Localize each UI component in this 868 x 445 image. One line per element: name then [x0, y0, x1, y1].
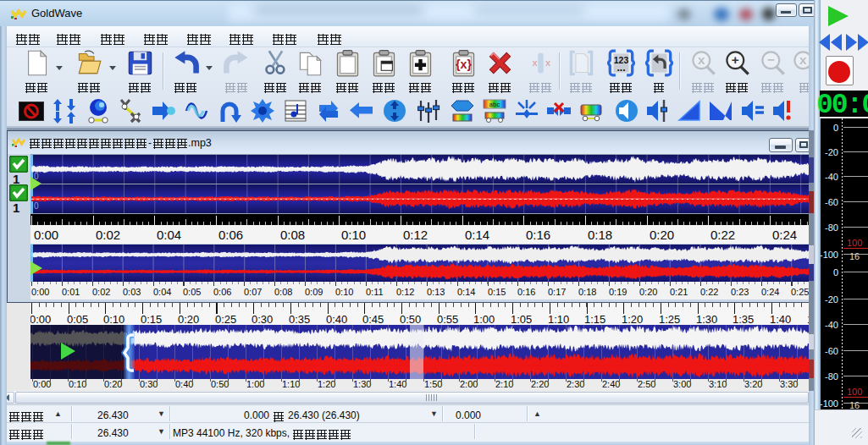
svg-text:x: x [698, 52, 705, 67]
svg-text:...: ... [616, 62, 625, 74]
svg-text:{x}: {x} [455, 58, 472, 71]
svg-text:x: x [799, 52, 807, 67]
svg-text:−: − [766, 52, 774, 67]
svg-text:x: x [532, 58, 538, 68]
svg-text:+: + [731, 52, 738, 67]
svg-text:x: x [545, 58, 551, 68]
svg-text:abc: abc [489, 101, 500, 108]
